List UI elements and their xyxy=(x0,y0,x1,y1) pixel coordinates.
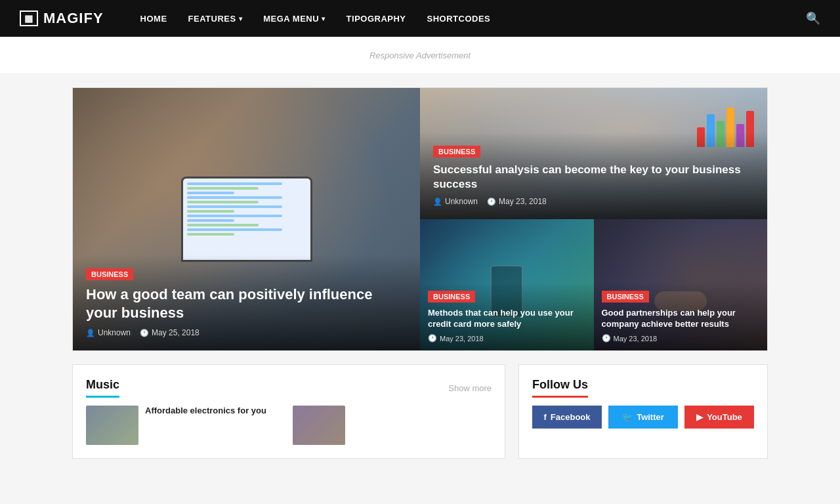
main-container: Business How a good team can positively … xyxy=(72,74,768,472)
card-bottom-right-title: Good partnerships can help your company … xyxy=(602,308,760,330)
nav-link-typography[interactable]: TIPOGRAPHY xyxy=(336,0,417,37)
music-title: Affordable electronics for you xyxy=(145,406,266,417)
user-icon: 👤 xyxy=(433,198,442,206)
facebook-icon: f xyxy=(543,412,546,422)
search-icon[interactable]: 🔍 xyxy=(806,11,820,26)
section-follow: Follow Us f Facebook 🐦 Twitter ▶ YouTube xyxy=(518,364,768,459)
section-music: Music Show more Affordable electronics f… xyxy=(72,364,505,459)
card-top-right-overlay: Business Successful analysis can become … xyxy=(420,132,767,219)
twitter-icon: 🐦 xyxy=(622,412,633,422)
music-info: Affordable electronics for you xyxy=(145,406,266,417)
youtube-follow-button[interactable]: ▶ YouTube xyxy=(684,406,754,429)
nav-link-home[interactable]: HOME xyxy=(130,0,178,37)
nav-link-mega-menu[interactable]: MEGA MENU ▾ xyxy=(253,0,335,37)
card-top-right[interactable]: Business Successful analysis can become … xyxy=(420,88,767,219)
music-thumb xyxy=(86,406,138,445)
clock-icon: 🕐 xyxy=(428,334,437,343)
card-large-title: How a good team can positively influence… xyxy=(86,285,407,323)
card-bottom-left-category[interactable]: Business xyxy=(428,291,475,303)
clock-icon: 🕐 xyxy=(140,329,149,337)
card-top-right-category[interactable]: Business xyxy=(433,146,480,158)
chevron-down-icon: ▾ xyxy=(239,15,243,22)
nav-links: HOME FEATURES ▾ MEGA MENU ▾ TIPOGRAPHY S… xyxy=(130,0,806,37)
card-top-right-title: Successful analysis can become the key t… xyxy=(433,163,754,192)
card-top-right-date: 🕐 May 23, 2018 xyxy=(487,197,547,206)
follow-section-title: Follow Us xyxy=(532,378,588,398)
card-bottom-left-meta: 🕐 May 23, 2018 xyxy=(428,334,586,343)
twitter-follow-button[interactable]: 🐦 Twitter xyxy=(608,406,678,429)
follow-section-header: Follow Us xyxy=(532,378,754,398)
bottom-right-cards: Business Methods that can help you use y… xyxy=(420,219,767,350)
card-bottom-right[interactable]: Business Good partnerships can help your… xyxy=(594,219,768,350)
chevron-down-icon: ▾ xyxy=(322,15,326,22)
card-bottom-left-date: 🕐 May 23, 2018 xyxy=(428,334,484,343)
clock-icon: 🕐 xyxy=(487,198,496,206)
card-large-category[interactable]: Business xyxy=(86,268,133,280)
card-bottom-right-category[interactable]: Business xyxy=(602,291,649,303)
music-thumb xyxy=(293,406,345,445)
music-section-title: Music xyxy=(86,378,119,398)
youtube-icon: ▶ xyxy=(696,412,703,422)
nav-item-home[interactable]: HOME xyxy=(130,0,178,37)
nav-item-typography[interactable]: TIPOGRAPHY xyxy=(336,0,417,37)
card-top-right-meta: 👤 Unknown 🕐 May 23, 2018 xyxy=(433,197,754,206)
card-large-date: 🕐 May 25, 2018 xyxy=(140,328,200,337)
nav-link-shortcodes[interactable]: SHORTCODES xyxy=(417,0,501,37)
nav-item-features[interactable]: FEATURES ▾ xyxy=(178,0,253,37)
music-items-list: Affordable electronics for you xyxy=(86,406,492,445)
bottom-sections: Music Show more Affordable electronics f… xyxy=(72,364,768,459)
card-bottom-left-title: Methods that can help you use your credi… xyxy=(428,308,586,330)
nav-item-mega-menu[interactable]: MEGA MENU ▾ xyxy=(253,0,335,37)
card-bottom-right-meta: 🕐 May 23, 2018 xyxy=(602,334,760,343)
user-icon: 👤 xyxy=(86,329,95,337)
music-item[interactable] xyxy=(293,406,492,445)
music-thumbnail-image xyxy=(86,406,138,445)
brand-icon: ▦ xyxy=(20,10,38,26)
music-item[interactable]: Affordable electronics for you xyxy=(86,406,285,445)
music-thumbnail-image xyxy=(293,406,345,445)
ad-banner: Responsive Advertisement xyxy=(0,37,840,74)
brand-name: MAGIFY xyxy=(43,10,104,27)
card-bottom-left-overlay: Business Methods that can help you use y… xyxy=(420,282,594,350)
show-more-link[interactable]: Show more xyxy=(448,383,492,393)
card-large-meta: 👤 Unknown 🕐 May 25, 2018 xyxy=(86,328,407,337)
follow-buttons: f Facebook 🐦 Twitter ▶ YouTube xyxy=(532,406,754,429)
laptop-graphic xyxy=(181,177,312,262)
featured-grid: Business How a good team can positively … xyxy=(72,87,768,351)
clock-icon: 🕐 xyxy=(602,334,611,343)
card-bottom-left[interactable]: Business Methods that can help you use y… xyxy=(420,219,594,350)
facebook-follow-button[interactable]: f Facebook xyxy=(532,406,602,429)
card-bottom-right-overlay: Business Good partnerships can help your… xyxy=(594,282,768,350)
nav-link-features[interactable]: FEATURES ▾ xyxy=(178,0,253,37)
card-large[interactable]: Business How a good team can positively … xyxy=(73,88,420,350)
card-large-author: 👤 Unknown xyxy=(86,328,131,337)
nav-item-shortcodes[interactable]: SHORTCODES xyxy=(417,0,501,37)
ad-text: Responsive Advertisement xyxy=(369,51,471,60)
brand-logo[interactable]: ▦ MAGIFY xyxy=(20,10,104,27)
music-section-header: Music Show more xyxy=(86,378,492,398)
card-top-right-author: 👤 Unknown xyxy=(433,197,478,206)
card-bottom-right-date: 🕐 May 23, 2018 xyxy=(602,334,658,343)
card-large-overlay: Business How a good team can positively … xyxy=(73,255,420,350)
navbar: ▦ MAGIFY HOME FEATURES ▾ MEGA MENU ▾ TIP… xyxy=(0,0,840,37)
